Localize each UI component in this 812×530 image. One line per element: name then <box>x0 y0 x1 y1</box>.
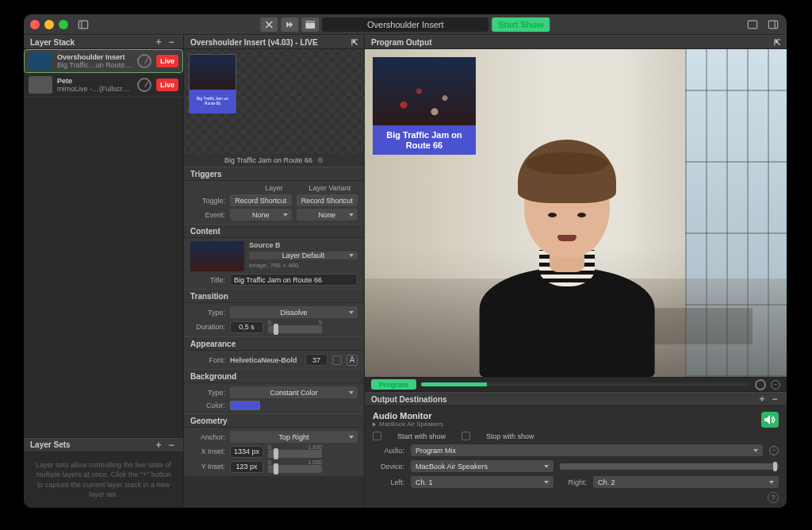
gear-icon[interactable]: ⚙ <box>317 156 324 164</box>
preview-caption-row: Big Traffic Jam on Route 66 ⚙ <box>184 154 364 167</box>
layout-icon-a[interactable] <box>745 17 760 32</box>
clapper-icon[interactable] <box>301 17 319 32</box>
trigger-event-layer-select[interactable]: None <box>230 209 292 221</box>
program-volume-knob[interactable] <box>755 379 766 390</box>
inspector-header: Overshoulder Insert (v4.03) - LIVE ⇱ <box>184 35 364 49</box>
layer-add-button[interactable]: + <box>153 36 164 48</box>
duration-slider-max: 5 <box>319 320 322 325</box>
xinset-slider-min: 0 <box>268 444 271 450</box>
audio-monitor-subtitle[interactable]: MacBook Air Speakers <box>373 421 443 428</box>
geometry-anchor-select[interactable]: Top Right <box>230 431 358 443</box>
background-type-select[interactable]: Constant Color <box>230 386 358 398</box>
layer-set-remove-button[interactable]: − <box>166 440 177 451</box>
trigger-toggle-layer-button[interactable]: Record Shortcut <box>230 194 292 206</box>
audio-mute-button[interactable]: − <box>769 446 779 455</box>
program-audio-meter <box>421 382 750 386</box>
layer-stack-header: Layer Stack + − <box>24 35 183 49</box>
layer-sets-hint: Layer sets allow controlling the live st… <box>24 452 183 508</box>
layer-set-add-button[interactable]: + <box>153 440 164 451</box>
zoom-window-button[interactable] <box>59 20 68 29</box>
insert-caption: Big Traffic Jam on Route 66 <box>373 125 476 155</box>
popout-icon[interactable]: ⇱ <box>351 38 358 47</box>
program-output-view: Big Traffic Jam on Route 66 <box>365 49 787 377</box>
close-document-button[interactable] <box>260 17 278 32</box>
overshoulder-insert-box: Big Traffic Jam on Route 66 <box>373 57 476 155</box>
appearance-section-header: Appearance <box>184 336 364 351</box>
trigger-event-variant-select[interactable]: None <box>297 209 358 221</box>
preview-caption-text: Big Traffic Jam on Route 66 <box>224 156 312 164</box>
layer-subtitle: Big Traffic…on Route 66 <box>57 61 132 69</box>
transition-type-select[interactable]: Dissolve <box>230 306 358 318</box>
channel-left-select[interactable]: Ch. 1 <box>411 476 553 488</box>
content-title-input[interactable]: Big Traffic Jam on Route 66 <box>230 274 358 286</box>
transition-type-label: Type: <box>190 309 225 317</box>
program-output-title: Program Output <box>371 38 432 47</box>
layout-icon-b[interactable] <box>766 17 780 32</box>
stop-with-show-label: Stop with show <box>486 432 534 440</box>
appearance-font-checkbox[interactable] <box>332 355 342 365</box>
layer-thumbnail <box>29 52 52 70</box>
start-show-button[interactable]: Start Show <box>492 17 550 32</box>
program-audio-bar: Program − <box>365 377 787 391</box>
program-mute-button[interactable]: − <box>771 380 780 390</box>
transition-duration-slider[interactable] <box>268 325 322 333</box>
live-toggle-button[interactable]: Live <box>156 79 178 91</box>
svg-rect-0 <box>79 21 87 29</box>
visibility-toggle-icon[interactable] <box>137 54 151 68</box>
audio-monitor-title: Audio Monitor <box>373 411 443 421</box>
help-icon[interactable]: ? <box>768 492 779 503</box>
content-source-select[interactable]: Layer Default <box>249 252 358 259</box>
svg-marker-4 <box>286 21 289 28</box>
font-picker-button[interactable]: A <box>347 355 358 366</box>
content-source-thumbnail[interactable] <box>190 241 244 271</box>
output-add-button[interactable]: + <box>756 394 768 405</box>
geometry-xinset-input[interactable]: 1334 px <box>230 446 263 458</box>
audio-mix-select[interactable]: Program Mix <box>411 444 763 456</box>
duration-slider-min: 0 <box>268 320 271 325</box>
speaker-icon[interactable] <box>761 412 779 428</box>
geometry-yinset-input[interactable]: 123 px <box>230 461 263 473</box>
channel-right-label: Right: <box>560 478 587 486</box>
start-with-show-checkbox[interactable] <box>373 432 381 440</box>
play-button[interactable] <box>281 17 298 32</box>
appearance-font-size-input[interactable]: 37 <box>305 354 327 366</box>
triggers-section-header: Triggers <box>184 167 364 181</box>
stop-with-show-checkbox[interactable] <box>462 432 470 440</box>
device-select[interactable]: MacBook Air Speakers <box>411 460 553 472</box>
presenter-video <box>472 139 662 377</box>
geometry-yinset-slider[interactable] <box>268 465 322 473</box>
layer-remove-button[interactable]: − <box>166 36 177 48</box>
content-source-size: Image, 768 × 480 <box>249 262 358 269</box>
geometry-xinset-slider[interactable] <box>268 450 322 458</box>
inspector-title: Overshoulder Insert (v4.03) - LIVE <box>190 38 318 47</box>
svg-rect-6 <box>305 23 315 29</box>
device-volume-slider[interactable] <box>560 463 779 470</box>
layer-subtitle: mimoLive -…(Fullscreen) <box>57 85 132 93</box>
live-toggle-button[interactable]: Live <box>156 55 178 67</box>
trigger-event-label: Event: <box>190 211 225 219</box>
close-window-button[interactable] <box>30 20 40 29</box>
appearance-font-label: Font: <box>190 356 225 364</box>
transition-duration-label: Duration: <box>190 323 225 331</box>
device-label: Device: <box>373 463 404 470</box>
svg-rect-8 <box>748 21 756 29</box>
popout-icon[interactable]: ⇱ <box>774 38 780 47</box>
layer-preview: Big Traffic Jam on Route 66 <box>184 49 364 154</box>
background-color-swatch[interactable] <box>230 401 260 410</box>
layer-sets-header: Layer Sets + − <box>24 438 183 452</box>
output-remove-button[interactable]: − <box>769 394 780 405</box>
transition-duration-input[interactable]: 0,5 s <box>230 321 263 333</box>
trigger-toggle-variant-button[interactable]: Record Shortcut <box>297 194 358 206</box>
preview-insert-caption: Big Traffic Jam on Route 66 <box>190 90 236 113</box>
layer-item-pete[interactable]: Pete mimoLive -…(Fullscreen) Live <box>24 73 183 97</box>
document-title: Overshoulder Insert <box>322 17 488 32</box>
visibility-toggle-icon[interactable] <box>137 78 151 92</box>
output-destinations-header: Output Destinations + − <box>365 392 787 406</box>
xinset-slider-max: 1.920 <box>308 444 322 450</box>
channel-right-select[interactable]: Ch. 2 <box>593 476 779 488</box>
svg-rect-7 <box>305 21 315 23</box>
sidebar-toggle-icon[interactable] <box>76 17 90 32</box>
layer-item-overshoulder[interactable]: Overshoulder Insert Big Traffic…on Route… <box>24 49 183 73</box>
minimize-window-button[interactable] <box>44 20 54 29</box>
program-mix-badge[interactable]: Program <box>371 379 416 390</box>
